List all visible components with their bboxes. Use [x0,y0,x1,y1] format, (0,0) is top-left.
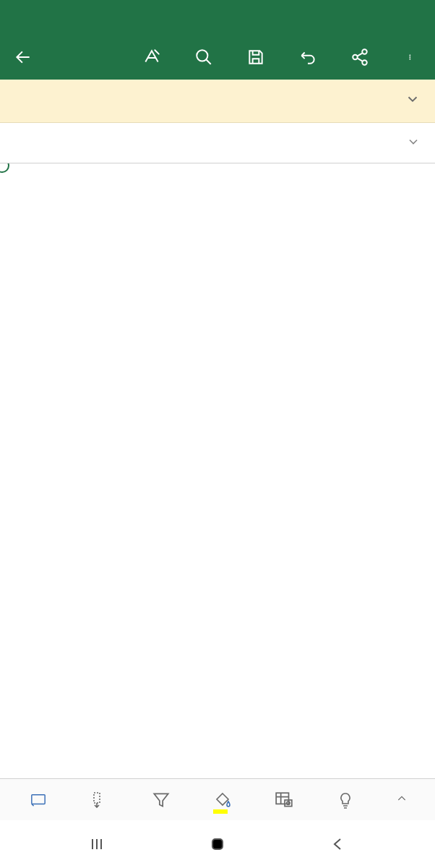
ideas-button[interactable] [335,789,356,811]
readonly-banner[interactable] [0,80,435,123]
svg-rect-12 [212,839,223,849]
spreadsheet[interactable] [0,163,435,778]
save-button[interactable] [246,47,266,67]
bottom-toolbar [0,778,435,820]
svg-point-4 [410,55,410,56]
home-button[interactable] [207,834,228,854]
more-button[interactable] [402,47,422,67]
svg-point-0 [197,50,207,61]
filter-button[interactable] [150,789,172,811]
expand-formula-icon[interactable] [402,135,425,152]
selection-handle-bottom[interactable] [0,163,9,173]
format-button[interactable] [142,47,162,67]
selection-outline [0,163,3,166]
svg-point-6 [410,59,410,59]
undo-button[interactable] [298,47,318,67]
svg-point-2 [353,55,358,60]
insert-button[interactable] [89,789,111,811]
svg-point-1 [362,49,367,54]
svg-point-3 [362,60,367,65]
svg-rect-8 [94,793,100,803]
svg-rect-7 [31,794,44,804]
expand-toolbar-button[interactable] [396,793,408,807]
titlebar [0,0,435,35]
recents-button[interactable] [87,834,107,854]
system-navbar [0,820,435,868]
share-button[interactable] [350,47,370,67]
formula-bar [0,123,435,163]
card-view-button[interactable] [27,789,49,811]
formula-input[interactable] [35,123,402,163]
back-nav-button[interactable] [328,834,348,854]
search-button[interactable] [194,47,214,67]
fill-color-button[interactable] [212,789,233,811]
table-button[interactable] [273,789,295,811]
chevron-down-icon [405,91,421,111]
svg-point-5 [410,56,410,57]
back-button[interactable] [13,47,33,67]
toolbar [0,35,435,80]
